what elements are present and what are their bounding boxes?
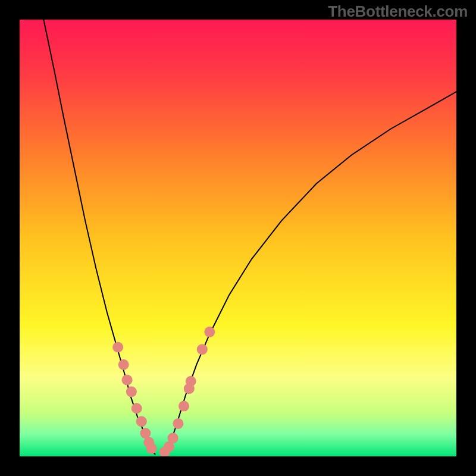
scatter-dot — [146, 443, 157, 454]
scatter-dot — [168, 433, 178, 443]
scatter-dot — [140, 428, 151, 439]
scatter-dot — [136, 416, 147, 427]
gradient-background — [20, 20, 456, 456]
chart-svg — [20, 20, 456, 456]
scatter-dot — [178, 401, 189, 412]
scatter-dot — [122, 375, 133, 386]
scatter-dot — [118, 359, 129, 370]
scatter-dot — [112, 342, 123, 353]
chart-container: TheBottleneck.com — [0, 0, 476, 476]
plot-area — [20, 20, 456, 456]
scatter-dot — [197, 344, 208, 355]
scatter-dot — [186, 376, 196, 387]
scatter-dot — [126, 386, 137, 397]
scatter-dot — [131, 403, 142, 414]
watermark-label: TheBottleneck.com — [328, 2, 468, 21]
scatter-dot — [173, 418, 183, 429]
scatter-dot — [204, 327, 215, 337]
